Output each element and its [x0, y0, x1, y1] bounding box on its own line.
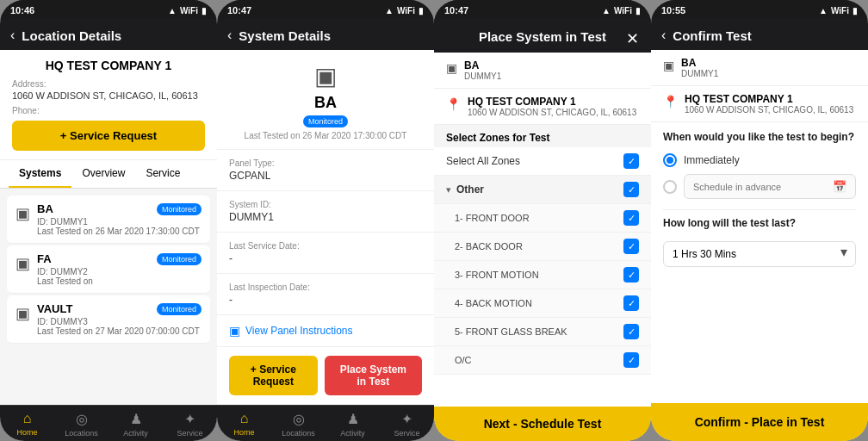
bottom-nav-1: ⌂ Home ◎ Locations ♟ Activity ✦ Service — [0, 405, 217, 441]
back-button-1[interactable]: ‹ — [10, 28, 15, 43]
loc-addr-3: 1060 W ADDISON ST, CHICAGO, IL, 60613 — [468, 108, 636, 117]
status-icons-3: ▲WiFi▮ — [602, 6, 641, 16]
calendar-icon: 📅 — [833, 180, 846, 193]
select-all-row[interactable]: Select All Zones ✓ — [434, 147, 651, 176]
other-group-checkbox[interactable]: ✓ — [623, 182, 639, 197]
nav-locations-2[interactable]: ◎ Locations — [271, 411, 326, 438]
last-service-label: Last Service Date: — [229, 241, 422, 251]
select-all-checkbox[interactable]: ✓ — [623, 153, 639, 169]
back-button-2[interactable]: ‹ — [227, 28, 232, 43]
nav-home-2[interactable]: ⌂ Home — [217, 411, 271, 438]
location-info-bar-4: 📍 HQ TEST COMPANY 1 1060 W ADDISON ST, C… — [651, 86, 868, 122]
sys-name-info-4: BA DUMMY1 — [681, 57, 718, 78]
zone-label-6: O/C — [455, 355, 472, 365]
nav-activity-2[interactable]: ♟ Activity — [326, 411, 380, 438]
last-service-value: - — [229, 252, 422, 264]
zone-front-motion[interactable]: 3- FRONT MOTION ✓ — [434, 261, 651, 289]
system-id-value: DUMMY1 — [229, 211, 422, 223]
home-label-2: Home — [233, 428, 254, 437]
back-button-4[interactable]: ‹ — [661, 28, 666, 43]
nav-header-2: ‹ System Details — [217, 19, 434, 50]
last-service-section: Last Service Date: - — [217, 233, 434, 274]
zone-front-glass[interactable]: 5- FRONT GLASS BREAK ✓ — [434, 318, 651, 346]
locations-icon-2: ◎ — [293, 411, 305, 427]
duration-select[interactable]: 30 Mins 1 Hr 1 Hrs 30 Mins 2 Hrs 4 Hrs — [663, 241, 856, 267]
schedule-radio[interactable] — [663, 180, 677, 194]
other-group-row[interactable]: ▾ Other ✓ — [434, 176, 651, 204]
location-details-3: HQ TEST COMPANY 1 1060 W ADDISON ST, CHI… — [468, 96, 636, 117]
zone-checkbox-4[interactable]: ✓ — [623, 295, 639, 311]
sys-name-vault: VAULT — [37, 302, 72, 315]
sys-info-ba: BA Monitored ID: DUMMY1 Last Tested on 2… — [37, 202, 202, 236]
badge-vault: Monitored — [157, 303, 202, 315]
duration-select-wrap[interactable]: 30 Mins 1 Hr 1 Hrs 30 Mins 2 Hrs 4 Hrs — [663, 236, 856, 267]
tabs-row-1: Systems Overview Service — [0, 160, 217, 189]
zones-header: Select Zones for Test — [434, 125, 651, 147]
screen1-title: Location Details — [22, 28, 121, 43]
immediately-row[interactable]: Immediately — [663, 150, 856, 171]
zone-checkbox-3[interactable]: ✓ — [623, 267, 639, 283]
company-section: HQ TEST COMPANY 1 Address: 1060 W ADDISO… — [0, 50, 217, 160]
view-panel-link[interactable]: ▣ View Panel Instructions — [217, 315, 434, 347]
sys-info-fa: FA Monitored ID: DUMMY2 Last Tested on — [37, 252, 202, 286]
confirm-place-btn[interactable]: Confirm - Place in Test — [651, 403, 868, 441]
system-last-tested: Last Tested on 26 Mar 2020 17:30:00 CDT — [245, 131, 407, 140]
sys-name-ba: BA — [37, 202, 53, 215]
tab-service[interactable]: Service — [135, 160, 190, 188]
zone-checkbox-5[interactable]: ✓ — [623, 324, 639, 339]
sys-id-vault: ID: DUMMY3 — [37, 317, 202, 326]
status-bar-4: 10:55 ▲WiFi▮ — [651, 0, 868, 19]
locations-icon-1: ◎ — [76, 411, 88, 427]
address-label: Address: — [12, 79, 205, 89]
zone-front-door[interactable]: 1- FRONT DOOR ✓ — [434, 204, 651, 233]
service-label-2: Service — [394, 429, 419, 438]
nav-locations-1[interactable]: ◎ Locations — [54, 411, 108, 438]
system-item-ba[interactable]: ▣ BA Monitored ID: DUMMY1 Last Tested on… — [7, 196, 210, 244]
system-id-label: System ID: — [229, 200, 422, 209]
panel-link-icon: ▣ — [229, 324, 240, 338]
sys-sub-3: DUMMY1 — [464, 71, 501, 81]
screen2-title: System Details — [239, 28, 331, 43]
system-big-name: BA — [314, 94, 337, 112]
nav-activity-1[interactable]: ♟ Activity — [108, 411, 163, 438]
sys-date-ba: Last Tested on 26 Mar 2020 17:30:00 CDT — [37, 227, 202, 236]
system-item-vault[interactable]: ▣ VAULT Monitored ID: DUMMY3 Last Tested… — [7, 295, 210, 344]
screen2: ‹ System Details ▣ BA Monitored Last Tes… — [217, 19, 434, 441]
modal-header: Place System in Test ✕ — [434, 19, 651, 53]
tab-overview[interactable]: Overview — [71, 160, 135, 188]
zone-label-3: 3- FRONT MOTION — [455, 270, 539, 280]
zone-checkbox-6[interactable]: ✓ — [623, 352, 639, 368]
service-request-btn-1[interactable]: + Service Request — [12, 121, 205, 151]
zone-checkbox-2[interactable]: ✓ — [623, 239, 639, 254]
next-schedule-btn[interactable]: Next - Schedule Test — [434, 407, 651, 441]
zone-oc[interactable]: O/C ✓ — [434, 346, 651, 375]
system-item-fa[interactable]: ▣ FA Monitored ID: DUMMY2 Last Tested on — [7, 245, 210, 294]
zone-back-door[interactable]: 2- BACK DOOR ✓ — [434, 233, 651, 261]
zones-section: Select All Zones ✓ ▾ Other ✓ 1- FRONT DO… — [434, 147, 651, 407]
other-chevron-icon: ▾ — [446, 184, 451, 196]
sys-name-info-3: BA DUMMY1 — [464, 59, 501, 81]
immediately-radio[interactable] — [663, 153, 677, 167]
schedule-advance-row[interactable]: 📅 — [663, 171, 856, 202]
system-location-bar-4-top: ▣ BA DUMMY1 — [651, 50, 868, 86]
locations-label-2: Locations — [282, 429, 315, 438]
divider-1 — [663, 209, 856, 210]
zone-back-motion[interactable]: 4- BACK MOTION ✓ — [434, 289, 651, 318]
location-info-bar-3: 📍 HQ TEST COMPANY 1 1060 W ADDISON ST, C… — [434, 89, 651, 125]
schedule-input[interactable] — [693, 182, 833, 192]
place-test-btn[interactable]: Place System in Test — [325, 356, 422, 395]
immediately-radio-dot — [666, 157, 673, 164]
nav-service-2[interactable]: ✦ Service — [380, 411, 434, 438]
nav-service-1[interactable]: ✦ Service — [163, 411, 217, 438]
confirm-section: When would you like the test to begin? I… — [651, 122, 868, 271]
sys-name-fa: FA — [37, 252, 52, 265]
system-location-bar-top: ▣ BA DUMMY1 — [434, 53, 651, 89]
schedule-input-wrap[interactable]: 📅 — [684, 174, 856, 199]
nav-home-1[interactable]: ⌂ Home — [0, 411, 54, 438]
sys-id-ba: ID: DUMMY1 — [37, 217, 202, 227]
status-bar-2: 10:47 ▲WiFi▮ — [217, 0, 434, 19]
modal-close-btn[interactable]: ✕ — [626, 29, 639, 48]
zone-checkbox-1[interactable]: ✓ — [623, 210, 639, 226]
tab-systems[interactable]: Systems — [9, 160, 71, 188]
service-request-btn-2[interactable]: + Service Request — [229, 356, 318, 395]
